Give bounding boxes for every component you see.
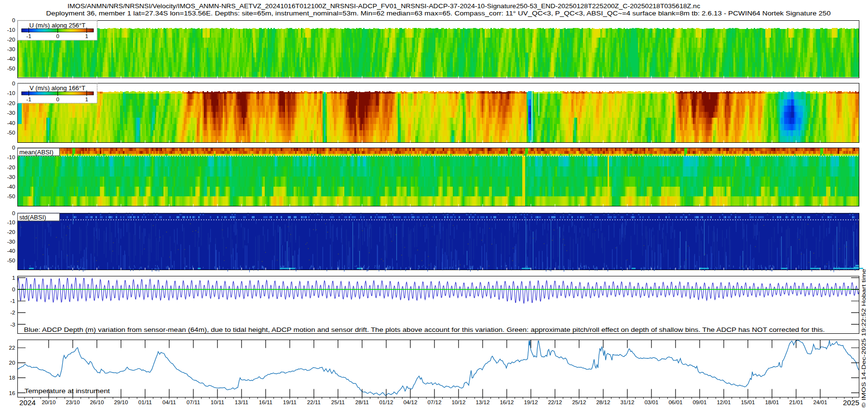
svg-text:15/01: 15/01 bbox=[741, 399, 755, 405]
svg-text:28/11: 28/11 bbox=[355, 399, 369, 405]
svg-text:Blue: ADCP Depth (m) variation: Blue: ADCP Depth (m) variation from sens… bbox=[24, 326, 825, 333]
svg-text:-10: -10 bbox=[7, 27, 15, 33]
svg-text:2025: 2025 bbox=[843, 398, 859, 407]
svg-text:-30: -30 bbox=[7, 174, 15, 180]
svg-text:2024: 2024 bbox=[19, 398, 36, 407]
svg-text:22/12: 22/12 bbox=[548, 399, 562, 405]
svg-text:12/01: 12/01 bbox=[717, 399, 731, 405]
svg-text:-40: -40 bbox=[7, 120, 15, 126]
svg-text:0: 0 bbox=[12, 286, 15, 292]
svg-text:07/12: 07/12 bbox=[427, 399, 441, 405]
svg-text:04/11: 04/11 bbox=[163, 399, 176, 405]
svg-text:mean(ABSI): mean(ABSI) bbox=[19, 149, 54, 156]
svg-text:-2: -2 bbox=[10, 309, 15, 315]
svg-text:18: 18 bbox=[9, 374, 15, 381]
svg-text:-50: -50 bbox=[7, 129, 15, 136]
svg-text:19/12: 19/12 bbox=[524, 399, 538, 405]
svg-text:-40: -40 bbox=[7, 55, 15, 62]
svg-text:V (m/s) along 166°T: V (m/s) along 166°T bbox=[29, 84, 85, 92]
svg-text:1: 1 bbox=[85, 96, 88, 102]
svg-text:16/12: 16/12 bbox=[500, 399, 514, 405]
svg-text:-10: -10 bbox=[7, 154, 15, 160]
svg-text:0: 0 bbox=[12, 144, 15, 150]
svg-text:29/10: 29/10 bbox=[114, 399, 128, 405]
svg-text:04/12: 04/12 bbox=[403, 399, 417, 405]
svg-text:1: 1 bbox=[12, 274, 15, 281]
svg-text:09/01: 09/01 bbox=[692, 399, 706, 405]
svg-text:Temperature at instrument: Temperature at instrument bbox=[25, 387, 110, 395]
svg-text:19/11: 19/11 bbox=[283, 399, 297, 405]
svg-text:21/01: 21/01 bbox=[789, 399, 803, 405]
svg-text:01/12: 01/12 bbox=[379, 399, 393, 405]
svg-text:-30: -30 bbox=[7, 109, 15, 116]
svg-text:-20: -20 bbox=[7, 100, 15, 106]
svg-text:-20: -20 bbox=[7, 164, 15, 170]
svg-text:25/11: 25/11 bbox=[331, 399, 345, 405]
svg-text:13/11: 13/11 bbox=[235, 399, 248, 405]
svg-text:-50: -50 bbox=[7, 257, 15, 263]
svg-text:31/12: 31/12 bbox=[620, 399, 634, 405]
svg-text:U (m/s) along 256°T: U (m/s) along 256°T bbox=[29, 22, 86, 29]
svg-text:20/10: 20/10 bbox=[41, 399, 55, 405]
svg-text:28/12: 28/12 bbox=[596, 399, 610, 405]
svg-text:-1: -1 bbox=[27, 96, 31, 102]
svg-text:1: 1 bbox=[85, 33, 88, 39]
svg-text:01/11: 01/11 bbox=[138, 399, 152, 405]
svg-text:0: 0 bbox=[12, 80, 15, 86]
svg-text:-3: -3 bbox=[10, 321, 15, 328]
svg-text:22/11: 22/11 bbox=[307, 399, 321, 405]
svg-text:-50: -50 bbox=[7, 65, 15, 71]
svg-text:07/11: 07/11 bbox=[187, 399, 200, 405]
svg-text:0: 0 bbox=[12, 210, 15, 216]
svg-text:-10: -10 bbox=[7, 90, 15, 96]
svg-text:22: 22 bbox=[9, 344, 15, 351]
svg-text:13/12: 13/12 bbox=[475, 399, 489, 405]
svg-text:10/12: 10/12 bbox=[451, 399, 465, 405]
svg-text:10/11: 10/11 bbox=[211, 399, 224, 405]
svg-text:-50: -50 bbox=[7, 193, 15, 199]
svg-text:06/01: 06/01 bbox=[668, 399, 682, 405]
svg-text:-20: -20 bbox=[7, 36, 15, 42]
svg-text:-1: -1 bbox=[27, 33, 31, 39]
svg-text:26/10: 26/10 bbox=[90, 399, 104, 405]
svg-text:-40: -40 bbox=[7, 247, 15, 254]
svg-text:23/10: 23/10 bbox=[66, 399, 80, 405]
svg-text:Deployment 36, member 1 lat=27: Deployment 36, member 1 lat=27.34S lon=1… bbox=[46, 10, 831, 17]
svg-text:-30: -30 bbox=[7, 46, 15, 52]
svg-text:16/11: 16/11 bbox=[259, 399, 272, 405]
svg-text:20: 20 bbox=[9, 359, 15, 366]
svg-text:std(ABSI): std(ABSI) bbox=[19, 214, 46, 221]
svg-text:-1: -1 bbox=[10, 298, 15, 304]
svg-text:-10: -10 bbox=[7, 219, 15, 225]
svg-text:25/12: 25/12 bbox=[572, 399, 586, 405]
svg-text:03/01: 03/01 bbox=[644, 399, 658, 405]
svg-text:0: 0 bbox=[56, 96, 59, 102]
svg-text:-20: -20 bbox=[7, 229, 15, 235]
svg-text:0: 0 bbox=[56, 33, 59, 39]
svg-text:16: 16 bbox=[9, 390, 15, 396]
svg-text:18/01: 18/01 bbox=[765, 399, 779, 405]
svg-text:© IMOS 14-Dec-2025 19:22:52 Ho: © IMOS 14-Dec-2025 19:22:52 Hobart time bbox=[861, 269, 867, 408]
svg-text:IMOS/ANMN/NRS/NRSNSI/Velocity/: IMOS/ANMN/NRS/NRSNSI/Velocity/IMOS_ANMN-… bbox=[68, 3, 700, 10]
svg-text:-40: -40 bbox=[7, 183, 15, 190]
svg-text:24/01: 24/01 bbox=[813, 399, 827, 405]
svg-text:-30: -30 bbox=[7, 238, 15, 245]
svg-text:0: 0 bbox=[12, 17, 15, 23]
